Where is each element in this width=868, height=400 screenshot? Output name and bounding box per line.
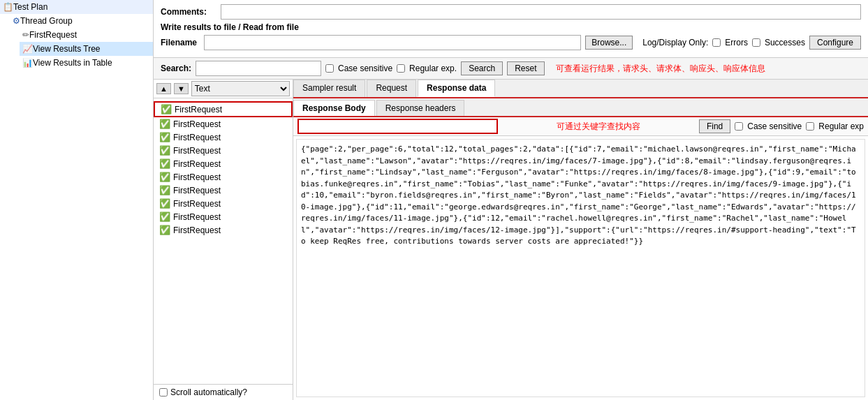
tree-request-label-4: FirstRequest: [173, 159, 221, 169]
testplan-icon: 📋: [3, 2, 13, 12]
tree-request-item-9[interactable]: ✅ FirstRequest: [154, 223, 293, 237]
find-hint: 可通过关键字查找内容: [502, 121, 694, 133]
tree-request-label-8: FirstRequest: [173, 212, 221, 222]
sidebar-item-label-viewtable: View Results in Table: [33, 58, 112, 68]
tab-sampler-result[interactable]: Sampler result: [293, 80, 365, 97]
text-dropdown[interactable]: Text: [191, 81, 290, 96]
tree-request-label-6: FirstRequest: [173, 186, 221, 195]
subtab-response-body[interactable]: Response Body: [293, 100, 375, 116]
tree-request-item-1[interactable]: ✅ FirstRequest: [154, 117, 293, 131]
check-icon-2: ✅: [159, 132, 170, 142]
tree-list: ✅ FirstRequest ✅ FirstRequest ✅ FirstReq…: [154, 98, 293, 384]
case-sensitive-label: Case sensitive: [338, 64, 392, 73]
case-sensitive-checkbox[interactable]: [325, 64, 334, 73]
find-input[interactable]: [297, 119, 498, 134]
tree-up-button[interactable]: ▲: [156, 83, 171, 94]
response-content: {"page":2,"per_page":6,"total":12,"total…: [296, 139, 865, 397]
configure-button[interactable]: Configure: [809, 36, 861, 50]
successes-checkbox[interactable]: [752, 38, 760, 47]
successes-label: Successes: [765, 38, 805, 47]
check-icon-4: ✅: [159, 158, 170, 169]
search-button[interactable]: Search: [461, 61, 503, 75]
content-area: ▲ ▼ Text ✅ FirstRequest ✅ FirstRequest: [154, 80, 868, 400]
errors-checkbox[interactable]: [712, 38, 721, 47]
check-icon-5: ✅: [159, 172, 170, 182]
sidebar: 📋 Test Plan ⚙ Thread Group ✏ FirstReques…: [0, 0, 154, 400]
subtab-response-headers[interactable]: Response headers: [376, 100, 465, 116]
sidebar-item-label-firstrequest: FirstRequest: [29, 30, 77, 40]
tree-request-label-0: FirstRequest: [175, 105, 222, 114]
sidebar-subchildren: ✏ FirstRequest 📈 View Results Tree 📊 Vie…: [10, 28, 153, 70]
comments-label: Comments:: [161, 7, 216, 17]
check-icon-1: ✅: [159, 119, 170, 129]
tree-request-item-2[interactable]: ✅ FirstRequest: [154, 131, 293, 144]
find-case-sensitive-checkbox[interactable]: [735, 122, 743, 131]
search-hint: 可查看运行结果，请求头、请求体、响应头、响应体信息: [556, 63, 765, 75]
subtabs-row: Response Body Response headers: [293, 98, 868, 117]
tabs-row: Sampler result Request Response data: [293, 80, 868, 98]
threadgroup-icon: ⚙: [13, 16, 20, 26]
check-icon-0: ✅: [161, 104, 172, 114]
tree-request-item-0[interactable]: ✅ FirstRequest: [154, 101, 293, 117]
browse-button[interactable]: Browse...: [585, 36, 633, 50]
tree-request-item-4[interactable]: ✅ FirstRequest: [154, 157, 293, 170]
sidebar-item-viewtable[interactable]: 📊 View Results in Table: [20, 56, 153, 70]
find-regular-exp-checkbox[interactable]: [806, 122, 814, 131]
write-results-label: Write results to file / Read from file: [161, 22, 861, 32]
top-panel: Comments: Write results to file / Read f…: [154, 0, 868, 58]
filename-row: Filename Browse... Log/Display Only: Err…: [161, 35, 861, 50]
sidebar-children: ⚙ Thread Group ✏ FirstRequest 📈 View Res…: [0, 14, 153, 70]
search-input[interactable]: [196, 61, 321, 76]
tree-request-label-1: FirstRequest: [173, 119, 221, 129]
scroll-auto-checkbox[interactable]: [159, 388, 168, 397]
tree-request-item-6[interactable]: ✅ FirstRequest: [154, 184, 293, 197]
reset-button[interactable]: Reset: [507, 61, 544, 75]
errors-label: Errors: [725, 38, 748, 47]
sidebar-item-viewtree[interactable]: 📈 View Results Tree: [20, 42, 153, 56]
results-panel: Sampler result Request Response data Res…: [293, 80, 868, 400]
tree-request-label-3: FirstRequest: [173, 146, 221, 156]
tree-request-item-3[interactable]: ✅ FirstRequest: [154, 144, 293, 157]
check-icon-9: ✅: [159, 225, 170, 235]
tree-request-label-5: FirstRequest: [173, 172, 221, 182]
sidebar-item-firstrequest[interactable]: ✏ FirstRequest: [20, 28, 153, 42]
viewtable-icon: 📊: [22, 58, 33, 68]
tree-request-label-9: FirstRequest: [173, 225, 221, 235]
tree-toolbar: ▲ ▼ Text: [154, 80, 293, 98]
tree-request-item-5[interactable]: ✅ FirstRequest: [154, 170, 293, 184]
tree-request-label-2: FirstRequest: [173, 133, 221, 142]
regular-exp-label: Regular exp.: [409, 64, 457, 73]
comments-input[interactable]: [221, 4, 861, 20]
tree-request-item-8[interactable]: ✅ FirstRequest: [154, 210, 293, 223]
check-icon-7: ✅: [159, 198, 170, 209]
regular-exp-checkbox[interactable]: [397, 64, 405, 73]
scroll-auto-label: Scroll automatically?: [170, 387, 247, 397]
tree-panel: ▲ ▼ Text ✅ FirstRequest ✅ FirstRequest: [154, 80, 293, 400]
tab-request[interactable]: Request: [367, 80, 416, 97]
sidebar-item-testplan[interactable]: 📋 Test Plan: [0, 0, 153, 14]
sidebar-item-threadgroup[interactable]: ⚙ Thread Group: [10, 14, 153, 28]
filename-input[interactable]: [204, 35, 581, 50]
find-bar: 可通过关键字查找内容 Find Case sensitive Regular e…: [293, 117, 868, 136]
find-regular-exp-label: Regular exp: [818, 121, 864, 131]
check-icon-3: ✅: [159, 145, 170, 156]
filename-label: Filename: [161, 38, 197, 47]
find-button[interactable]: Find: [699, 119, 730, 133]
search-bar: Search: Case sensitive Regular exp. Sear…: [154, 58, 868, 80]
request-icon: ✏: [22, 30, 29, 40]
check-icon-8: ✅: [159, 212, 170, 222]
comments-row: Comments:: [161, 4, 861, 20]
tab-response-data[interactable]: Response data: [418, 80, 495, 97]
scroll-auto-row: Scroll automatically?: [154, 384, 293, 400]
sidebar-item-label-testplan: Test Plan: [13, 2, 47, 12]
sidebar-item-label-viewtree: View Results Tree: [33, 44, 101, 54]
sidebar-item-label-threadgroup: Thread Group: [20, 16, 73, 26]
find-case-sensitive-label: Case sensitive: [747, 121, 802, 131]
tree-request-label-7: FirstRequest: [173, 199, 221, 209]
tree-down-button[interactable]: ▼: [174, 83, 189, 94]
main-content: Comments: Write results to file / Read f…: [154, 0, 868, 400]
check-icon-6: ✅: [159, 185, 170, 195]
tree-node-testplan: 📋 Test Plan ⚙ Thread Group ✏ FirstReques…: [0, 0, 153, 70]
search-label: Search:: [161, 64, 191, 73]
tree-request-item-7[interactable]: ✅ FirstRequest: [154, 197, 293, 210]
